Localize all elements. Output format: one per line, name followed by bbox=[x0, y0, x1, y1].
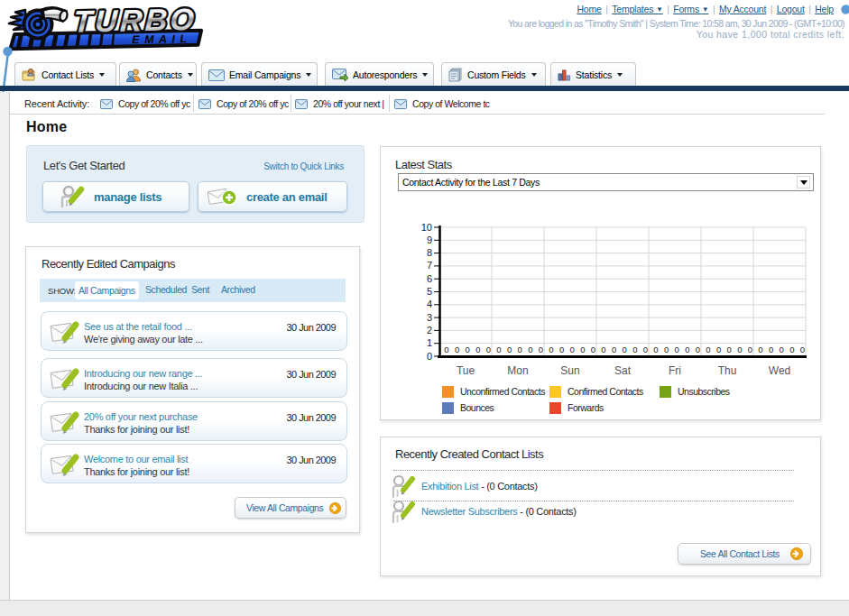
svg-text:Sat: Sat bbox=[614, 364, 632, 377]
svg-text:0: 0 bbox=[675, 345, 679, 354]
svg-text:0: 0 bbox=[612, 345, 616, 354]
svg-text:2: 2 bbox=[427, 325, 432, 336]
svg-text:0: 0 bbox=[444, 345, 448, 354]
svg-text:0: 0 bbox=[632, 345, 637, 354]
svg-text:Mon: Mon bbox=[507, 364, 528, 377]
svg-text:0: 0 bbox=[737, 345, 742, 354]
svg-text:0: 0 bbox=[789, 345, 794, 354]
svg-text:9: 9 bbox=[427, 234, 432, 245]
svg-text:0: 0 bbox=[455, 345, 459, 354]
svg-text:8: 8 bbox=[427, 247, 432, 258]
svg-text:0: 0 bbox=[518, 345, 522, 354]
svg-text:0: 0 bbox=[466, 345, 470, 354]
svg-text:0: 0 bbox=[507, 345, 512, 354]
svg-text:0: 0 bbox=[475, 345, 480, 354]
svg-text:Wed: Wed bbox=[769, 364, 790, 377]
svg-text:10: 10 bbox=[421, 222, 432, 233]
svg-text:0: 0 bbox=[748, 345, 752, 354]
svg-text:5: 5 bbox=[427, 286, 432, 297]
svg-text:TURBO: TURBO bbox=[72, 2, 198, 39]
svg-text:0: 0 bbox=[528, 345, 532, 354]
svg-text:0: 0 bbox=[664, 345, 669, 354]
svg-text:Thu: Thu bbox=[718, 364, 737, 377]
svg-text:0: 0 bbox=[496, 345, 501, 354]
svg-text:0: 0 bbox=[643, 345, 648, 354]
svg-text:0: 0 bbox=[706, 345, 710, 354]
svg-text:Sun: Sun bbox=[560, 364, 579, 377]
svg-text:1: 1 bbox=[427, 337, 432, 348]
svg-text:4: 4 bbox=[427, 299, 432, 309]
svg-text:6: 6 bbox=[427, 273, 432, 284]
svg-text:0: 0 bbox=[486, 345, 491, 354]
svg-text:3: 3 bbox=[427, 312, 432, 323]
svg-text:0: 0 bbox=[800, 345, 805, 354]
svg-text:0: 0 bbox=[591, 345, 595, 354]
svg-text:0: 0 bbox=[570, 345, 575, 354]
svg-text:0: 0 bbox=[653, 345, 658, 354]
svg-text:0: 0 bbox=[727, 345, 732, 354]
svg-text:0: 0 bbox=[696, 345, 700, 354]
svg-text:0: 0 bbox=[601, 345, 605, 354]
svg-text:Tue: Tue bbox=[457, 364, 475, 377]
svg-text:0: 0 bbox=[549, 345, 553, 354]
svg-text:0: 0 bbox=[580, 345, 585, 354]
svg-text:0: 0 bbox=[685, 345, 689, 354]
svg-text:0: 0 bbox=[780, 345, 784, 354]
svg-text:7: 7 bbox=[427, 260, 432, 271]
svg-text:0: 0 bbox=[758, 345, 762, 354]
svg-text:0: 0 bbox=[716, 345, 721, 354]
svg-text:0: 0 bbox=[559, 345, 564, 354]
svg-text:0: 0 bbox=[769, 345, 773, 354]
svg-text:0: 0 bbox=[427, 351, 432, 362]
svg-text:0: 0 bbox=[539, 345, 543, 354]
svg-text:Fri: Fri bbox=[669, 364, 681, 377]
svg-text:0: 0 bbox=[623, 345, 627, 354]
